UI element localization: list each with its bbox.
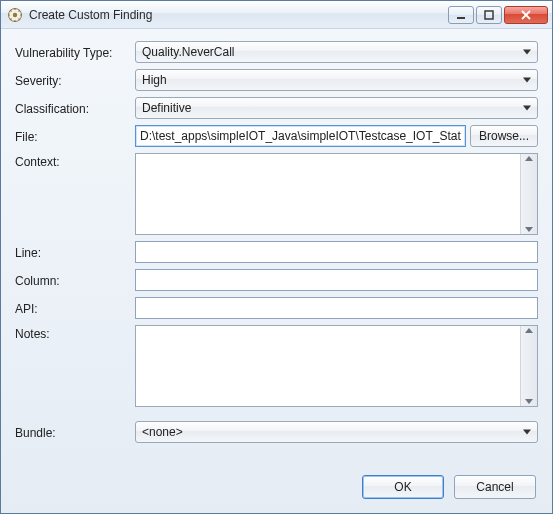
label-context: Context:	[15, 153, 125, 169]
scroll-up-icon	[525, 156, 533, 161]
chevron-down-icon	[523, 106, 531, 111]
dialog-body: Vulnerability Type: Quality.NeverCall Se…	[1, 29, 552, 513]
label-line: Line:	[15, 244, 125, 260]
file-input[interactable]	[135, 125, 466, 147]
maximize-button[interactable]	[476, 6, 502, 24]
chevron-down-icon	[523, 430, 531, 435]
label-notes: Notes:	[15, 325, 125, 341]
titlebar: Create Custom Finding	[1, 1, 552, 29]
severity-combo[interactable]: High	[135, 69, 538, 91]
row-line: Line:	[15, 241, 538, 263]
chevron-down-icon	[523, 50, 531, 55]
severity-value: High	[142, 73, 167, 87]
window-buttons	[448, 6, 548, 24]
scroll-down-icon	[525, 399, 533, 404]
browse-button[interactable]: Browse...	[470, 125, 538, 147]
form: Vulnerability Type: Quality.NeverCall Se…	[15, 41, 538, 465]
label-severity: Severity:	[15, 72, 125, 88]
vuln-type-combo[interactable]: Quality.NeverCall	[135, 41, 538, 63]
cancel-button[interactable]: Cancel	[454, 475, 536, 499]
row-classification: Classification: Definitive	[15, 97, 538, 119]
label-file: File:	[15, 128, 125, 144]
window-title: Create Custom Finding	[29, 8, 448, 22]
row-notes: Notes:	[15, 325, 538, 407]
api-input[interactable]	[135, 297, 538, 319]
classification-value: Definitive	[142, 101, 191, 115]
minimize-button[interactable]	[448, 6, 474, 24]
app-icon	[7, 7, 23, 23]
notes-textarea[interactable]	[136, 326, 520, 406]
svg-rect-3	[485, 11, 493, 19]
row-context: Context:	[15, 153, 538, 235]
bundle-combo[interactable]: <none>	[135, 421, 538, 443]
dialog-window: Create Custom Finding Vulnerability Type…	[0, 0, 553, 514]
scroll-down-icon	[525, 227, 533, 232]
row-api: API:	[15, 297, 538, 319]
context-textarea[interactable]	[136, 154, 520, 234]
bundle-value: <none>	[142, 425, 183, 439]
row-column: Column:	[15, 269, 538, 291]
notes-field	[135, 325, 538, 407]
row-severity: Severity: High	[15, 69, 538, 91]
svg-point-1	[13, 12, 17, 16]
chevron-down-icon	[523, 78, 531, 83]
label-api: API:	[15, 300, 125, 316]
label-column: Column:	[15, 272, 125, 288]
row-bundle: Bundle: <none>	[15, 421, 538, 443]
label-vuln-type: Vulnerability Type:	[15, 44, 125, 60]
vuln-type-value: Quality.NeverCall	[142, 45, 234, 59]
classification-combo[interactable]: Definitive	[135, 97, 538, 119]
context-field	[135, 153, 538, 235]
label-bundle: Bundle:	[15, 424, 125, 440]
svg-rect-2	[457, 17, 465, 19]
context-scrollbar[interactable]	[520, 154, 537, 234]
ok-button[interactable]: OK	[362, 475, 444, 499]
close-button[interactable]	[504, 6, 548, 24]
column-input[interactable]	[135, 269, 538, 291]
line-input[interactable]	[135, 241, 538, 263]
scroll-up-icon	[525, 328, 533, 333]
notes-scrollbar[interactable]	[520, 326, 537, 406]
dialog-footer: OK Cancel	[15, 465, 538, 503]
label-classification: Classification:	[15, 100, 125, 116]
row-file: File: Browse...	[15, 125, 538, 147]
row-vuln-type: Vulnerability Type: Quality.NeverCall	[15, 41, 538, 63]
